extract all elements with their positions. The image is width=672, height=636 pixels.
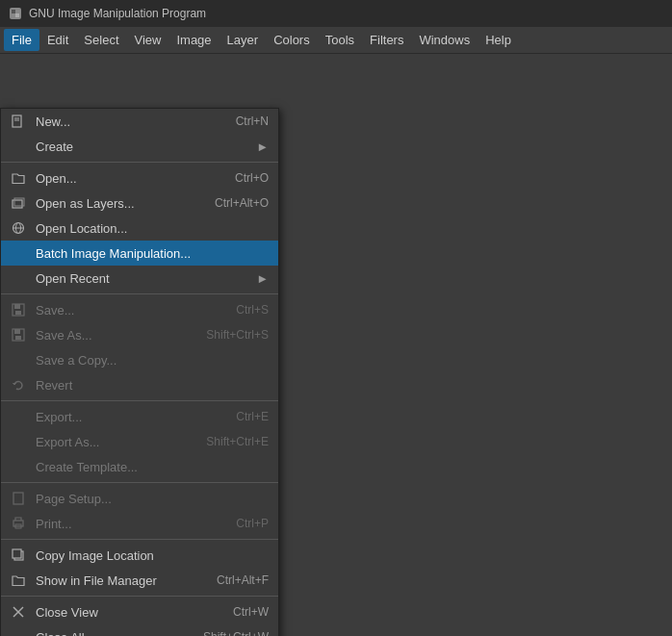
svg-rect-3 bbox=[13, 115, 21, 127]
menu-item-close-view[interactable]: Close View Ctrl+W bbox=[1, 599, 278, 624]
menu-item-open[interactable]: Open... Ctrl+O bbox=[1, 165, 278, 191]
separator-6 bbox=[1, 596, 278, 597]
content-area: New... Ctrl+N Create ► Open... Ctrl+O Op… bbox=[0, 54, 672, 636]
open-recent-arrow-icon: ► bbox=[256, 271, 269, 286]
menu-item-copy-location-label: Copy Image Location bbox=[36, 548, 154, 563]
menu-item-save[interactable]: Save... Ctrl+S bbox=[1, 297, 278, 322]
menu-item-open-layers-shortcut: Ctrl+Alt+O bbox=[215, 196, 269, 210]
menu-item-export[interactable]: Export... Ctrl+E bbox=[1, 404, 278, 429]
menu-item-show-manager-label: Show in File Manager bbox=[36, 573, 157, 588]
svg-rect-16 bbox=[15, 336, 21, 340]
app-icon bbox=[8, 6, 23, 21]
folder-icon bbox=[9, 571, 28, 590]
separator-2 bbox=[1, 293, 278, 294]
svg-rect-2 bbox=[15, 13, 19, 17]
separator-5 bbox=[1, 539, 278, 540]
menu-item-close-all-shortcut: Shift+Ctrl+W bbox=[203, 630, 269, 636]
create-arrow-icon: ► bbox=[256, 140, 269, 154]
menu-item-export-as[interactable]: Export As... Shift+Ctrl+E bbox=[1, 429, 278, 454]
separator-3 bbox=[1, 400, 278, 401]
close-view-icon bbox=[9, 602, 28, 622]
menu-item-open-label: Open... bbox=[36, 171, 77, 186]
svg-rect-12 bbox=[14, 304, 20, 309]
menu-item-save-as-shortcut: Shift+Ctrl+S bbox=[206, 328, 269, 342]
new-icon bbox=[9, 112, 28, 131]
menu-item-save-copy[interactable]: Save a Copy... bbox=[1, 347, 278, 372]
menu-item-close-all[interactable]: Close All Shift+Ctrl+W bbox=[1, 624, 278, 636]
menu-item-create-template[interactable]: Create Template... bbox=[1, 454, 278, 479]
window-title: GNU Image Manipulation Program bbox=[29, 7, 206, 20]
menu-layer[interactable]: Layer bbox=[220, 29, 267, 51]
save-icon bbox=[9, 300, 28, 319]
menu-file[interactable]: File bbox=[4, 29, 39, 51]
title-bar: GNU Image Manipulation Program bbox=[0, 0, 672, 27]
globe-icon bbox=[9, 218, 28, 238]
menu-item-print-label: Print... bbox=[36, 517, 72, 531]
open-icon bbox=[9, 168, 28, 188]
svg-rect-1 bbox=[12, 10, 15, 13]
menu-item-show-manager-shortcut: Ctrl+Alt+F bbox=[217, 573, 269, 587]
menu-item-open-recent-label: Open Recent bbox=[36, 271, 110, 286]
menu-item-export-label: Export... bbox=[36, 410, 82, 424]
menu-windows[interactable]: Windows bbox=[411, 29, 478, 51]
menu-item-page-setup-label: Page Setup... bbox=[36, 492, 112, 506]
menu-image[interactable]: Image bbox=[168, 29, 219, 51]
menu-item-open-recent[interactable]: Open Recent ► bbox=[1, 266, 278, 291]
menu-item-save-label: Save... bbox=[36, 303, 74, 318]
menu-filters[interactable]: Filters bbox=[362, 29, 411, 51]
menu-item-new-shortcut: Ctrl+N bbox=[236, 114, 269, 128]
separator-4 bbox=[1, 482, 278, 483]
menu-edit[interactable]: Edit bbox=[39, 29, 76, 51]
copy-icon bbox=[9, 546, 28, 565]
menu-item-export-as-shortcut: Shift+Ctrl+E bbox=[206, 435, 269, 448]
revert-icon bbox=[9, 375, 28, 394]
menu-item-close-view-label: Close View bbox=[36, 605, 98, 620]
menu-item-create-label: Create bbox=[36, 140, 73, 154]
menu-item-export-shortcut: Ctrl+E bbox=[236, 410, 269, 423]
menu-item-batch[interactable]: Batch Image Manipulation... bbox=[1, 241, 278, 266]
open-layers-icon bbox=[9, 193, 28, 213]
menu-item-print[interactable]: Print... Ctrl+P bbox=[1, 511, 278, 536]
menu-select[interactable]: Select bbox=[76, 29, 126, 51]
menu-item-create-template-label: Create Template... bbox=[36, 460, 138, 474]
menu-item-create[interactable]: Create ► bbox=[1, 134, 278, 159]
save-as-icon bbox=[9, 325, 28, 344]
menu-item-batch-label: Batch Image Manipulation... bbox=[36, 246, 191, 261]
svg-rect-17 bbox=[13, 493, 23, 504]
menu-item-show-manager[interactable]: Show in File Manager Ctrl+Alt+F bbox=[1, 568, 278, 593]
menu-item-open-location[interactable]: Open Location... bbox=[1, 216, 278, 241]
menu-item-copy-location[interactable]: Copy Image Location bbox=[1, 543, 278, 568]
menu-item-new-label: New... bbox=[36, 114, 70, 129]
menu-item-close-all-label: Close All bbox=[36, 630, 85, 637]
menu-item-revert[interactable]: Revert bbox=[1, 372, 278, 397]
menu-item-export-as-label: Export As... bbox=[36, 435, 99, 449]
svg-rect-21 bbox=[13, 549, 21, 558]
file-dropdown-menu: New... Ctrl+N Create ► Open... Ctrl+O Op… bbox=[0, 108, 279, 636]
menu-item-save-as-label: Save As... bbox=[36, 328, 92, 343]
svg-rect-13 bbox=[15, 311, 21, 315]
menu-item-open-layers[interactable]: Open as Layers... Ctrl+Alt+O bbox=[1, 191, 278, 216]
menu-colors[interactable]: Colors bbox=[266, 29, 318, 51]
menu-help[interactable]: Help bbox=[478, 29, 519, 51]
menu-view[interactable]: View bbox=[127, 29, 169, 51]
menu-item-save-copy-label: Save a Copy... bbox=[36, 353, 116, 368]
menu-item-page-setup[interactable]: Page Setup... bbox=[1, 486, 278, 511]
menu-tools[interactable]: Tools bbox=[318, 29, 362, 51]
menu-item-revert-label: Revert bbox=[36, 378, 72, 393]
menu-item-open-layers-label: Open as Layers... bbox=[36, 196, 135, 211]
menu-item-save-shortcut: Ctrl+S bbox=[236, 303, 269, 317]
page-setup-icon bbox=[9, 489, 28, 508]
menu-item-open-shortcut: Ctrl+O bbox=[235, 171, 269, 185]
menu-bar: File Edit Select View Image Layer Colors… bbox=[0, 27, 672, 54]
menu-item-new[interactable]: New... Ctrl+N bbox=[1, 109, 278, 134]
menu-item-open-location-label: Open Location... bbox=[36, 221, 127, 236]
svg-rect-15 bbox=[14, 329, 20, 334]
menu-item-print-shortcut: Ctrl+P bbox=[236, 517, 269, 530]
separator-1 bbox=[1, 162, 278, 163]
menu-item-close-view-shortcut: Ctrl+W bbox=[233, 605, 269, 619]
print-icon bbox=[9, 514, 28, 533]
menu-item-save-as[interactable]: Save As... Shift+Ctrl+S bbox=[1, 322, 278, 347]
